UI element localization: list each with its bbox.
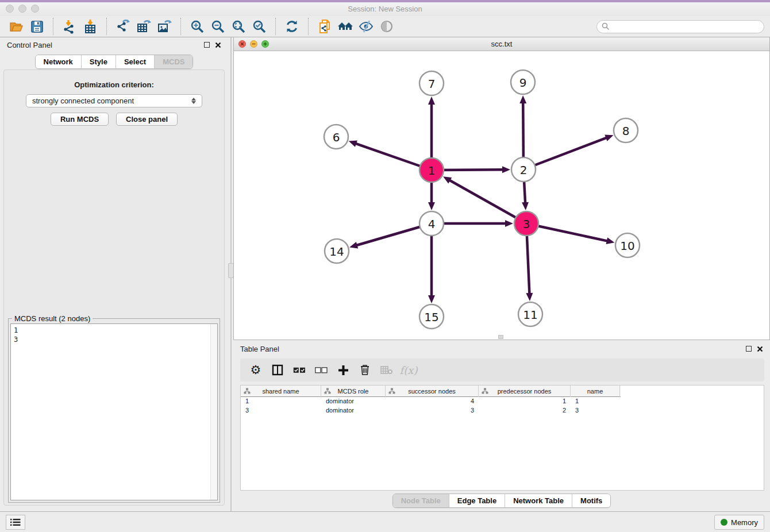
memory-status-dot — [721, 519, 727, 526]
arrowhead-4-14 — [349, 242, 358, 249]
export-image-icon[interactable] — [154, 17, 175, 36]
toggle-column-view-icon[interactable] — [268, 361, 287, 379]
search-field[interactable] — [596, 20, 764, 33]
table-cell[interactable]: 4 — [386, 397, 479, 406]
result-scrollbar[interactable] — [210, 324, 217, 500]
delete-column-trash-icon[interactable] — [355, 361, 375, 379]
tab-edge-table[interactable]: Edge Table — [449, 494, 505, 507]
add-column-icon[interactable] — [333, 361, 353, 379]
fx-label: f(x) — [400, 364, 418, 376]
zoom-selected-icon[interactable] — [249, 17, 270, 36]
column-header-predecessor-nodes[interactable]: predecessor nodes — [479, 385, 571, 397]
table-row[interactable]: 3dominator323 — [241, 406, 764, 415]
mcds-panel: Optimization criterion: strongly connect… — [3, 70, 225, 506]
node-table[interactable]: shared nameMCDS rolesuccessor nodesprede… — [240, 385, 764, 491]
tab-mcds[interactable]: MCDS — [155, 55, 192, 68]
result-line: 1 — [14, 326, 214, 335]
arrowhead-2-8 — [605, 135, 613, 141]
optimization-criterion-label: Optimization criterion: — [4, 80, 224, 89]
node-label-4: 4 — [428, 217, 436, 231]
column-header-successor-nodes[interactable]: successor nodes — [386, 385, 479, 397]
close-panel-icon[interactable] — [215, 42, 221, 48]
table-panel-header: Table Panel — [233, 341, 770, 356]
column-type-icon — [388, 388, 395, 394]
close-table-panel-icon[interactable] — [757, 346, 763, 352]
table-tabbar: Node Table Edge Table Network Table Moti… — [392, 494, 611, 508]
network-canvas[interactable]: 7968124314101511 — [234, 51, 769, 340]
table-settings-gear-icon[interactable]: ⚙ — [246, 361, 265, 379]
criterion-dropdown[interactable]: strongly connected component — [26, 94, 202, 107]
arrowhead-2-9 — [519, 95, 526, 103]
table-row[interactable]: 1dominator411 — [241, 397, 764, 406]
dropdown-stepper-icon — [191, 98, 196, 104]
result-line: 3 — [14, 335, 214, 344]
main-toolbar — [0, 16, 770, 37]
node-label-9: 9 — [519, 76, 527, 90]
table-cell[interactable]: dominator — [321, 397, 386, 406]
arrowhead-4-3 — [505, 220, 513, 227]
status-bar: Memory — [0, 511, 770, 532]
toolbar-separator — [106, 18, 107, 35]
table-cell[interactable]: 3 — [241, 406, 321, 415]
float-table-panel-icon[interactable] — [746, 346, 752, 352]
zoom-fit-icon[interactable] — [228, 17, 249, 36]
column-type-icon — [244, 388, 251, 394]
column-header-MCDS-role[interactable]: MCDS role — [321, 385, 386, 397]
edge-2-8[interactable] — [523, 137, 607, 169]
duplicate-network-icon[interactable] — [314, 17, 335, 36]
tab-select[interactable]: Select — [116, 55, 155, 68]
export-table-icon[interactable] — [133, 17, 154, 36]
network-window-title: scc.txt — [234, 40, 769, 48]
function-builder-icon-disabled: f(x) — [399, 361, 418, 379]
float-panel-icon[interactable] — [204, 42, 210, 48]
node-label-1: 1 — [428, 164, 436, 178]
list-icon — [10, 518, 21, 526]
arrowhead-3-11 — [526, 293, 533, 301]
table-cell[interactable]: 1 — [241, 397, 321, 406]
run-mcds-button[interactable]: Run MCDS — [51, 113, 109, 126]
hide-panel-eye-icon[interactable] — [356, 17, 376, 36]
network-resize-grip[interactable] — [498, 335, 503, 339]
arrowhead-4-15 — [428, 295, 435, 303]
arrowhead-2-3 — [522, 202, 529, 210]
tab-network[interactable]: Network — [36, 55, 82, 68]
select-all-columns-icon[interactable] — [290, 361, 309, 379]
zoom-in-icon[interactable] — [187, 17, 207, 36]
search-input[interactable] — [610, 22, 759, 30]
node-label-3: 3 — [523, 217, 530, 231]
table-cell[interactable]: 2 — [479, 406, 571, 415]
close-panel-button[interactable]: Close panel — [116, 113, 178, 126]
table-cell[interactable]: 1 — [479, 397, 571, 406]
save-session-icon[interactable] — [26, 17, 47, 36]
node-label-2: 2 — [520, 163, 528, 177]
table-cell[interactable]: 3 — [571, 406, 620, 415]
node-label-11: 11 — [523, 308, 537, 322]
home-icon[interactable] — [335, 17, 356, 36]
apply-layout-icon[interactable] — [282, 17, 302, 36]
column-header-name[interactable]: name — [571, 385, 620, 397]
mcds-result-title: MCDS result (2 nodes) — [12, 314, 93, 323]
tab-motifs[interactable]: Motifs — [572, 494, 610, 507]
memory-button[interactable]: Memory — [714, 515, 764, 530]
tab-node-table[interactable]: Node Table — [393, 494, 449, 507]
edge-3-1[interactable] — [449, 180, 526, 223]
table-cell[interactable]: dominator — [321, 406, 386, 415]
open-session-icon[interactable] — [6, 17, 26, 36]
tab-style[interactable]: Style — [82, 55, 116, 68]
column-header-shared-name[interactable]: shared name — [241, 385, 321, 397]
task-history-button[interactable] — [6, 515, 25, 530]
table-header-row: shared nameMCDS rolesuccessor nodesprede… — [241, 385, 621, 397]
import-table-icon[interactable] — [80, 17, 101, 36]
mcds-result-group: MCDS result (2 nodes) 1 3 — [8, 318, 220, 503]
arrowhead-1-6 — [349, 141, 357, 147]
deselect-all-columns-icon[interactable] — [311, 361, 331, 379]
mcds-result-textarea[interactable]: 1 3 — [10, 323, 218, 500]
table-cell[interactable]: 1 — [571, 397, 620, 406]
import-network-icon[interactable] — [59, 17, 80, 36]
tab-network-table[interactable]: Network Table — [505, 494, 572, 507]
show-graphics-details-eye-icon[interactable] — [376, 17, 397, 36]
zoom-out-icon[interactable] — [207, 17, 228, 36]
export-network-icon[interactable] — [113, 17, 133, 36]
toolbar-separator — [275, 18, 276, 35]
table-cell[interactable]: 3 — [386, 406, 479, 415]
